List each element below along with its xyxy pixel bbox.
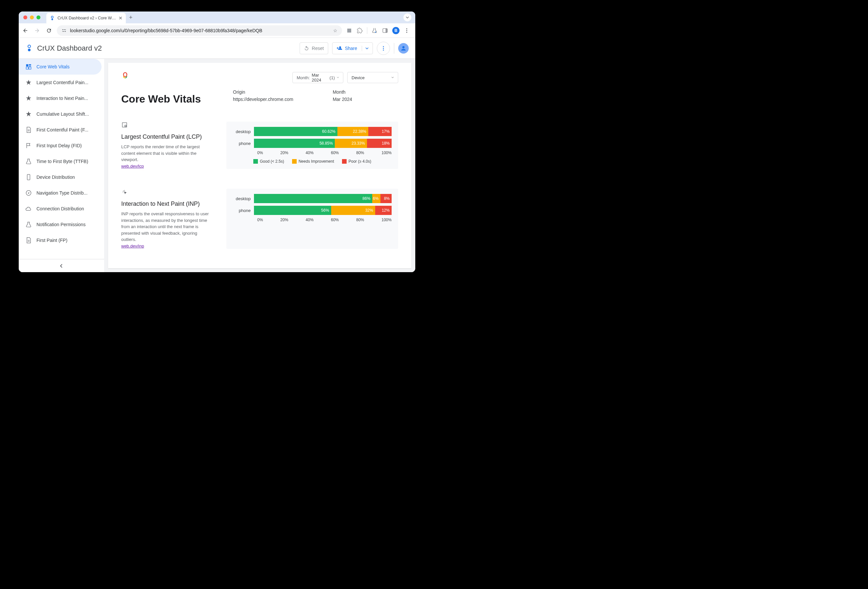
maximize-window-icon[interactable] bbox=[37, 15, 40, 19]
bar-segment-needs: 6% bbox=[372, 194, 381, 203]
back-button[interactable] bbox=[21, 27, 29, 34]
chevron-down-icon bbox=[391, 76, 394, 79]
tab-close-icon[interactable]: ✕ bbox=[119, 15, 123, 21]
bar-segment-poor: 8% bbox=[381, 194, 392, 203]
bar-category-label: desktop bbox=[233, 129, 254, 134]
bar-segment-poor: 17% bbox=[368, 127, 392, 136]
svg-point-15 bbox=[383, 46, 384, 47]
metric-description: INP reports the overall responsiveness t… bbox=[121, 211, 213, 243]
more-options-button[interactable] bbox=[377, 42, 390, 55]
share-button[interactable]: Share bbox=[332, 42, 373, 54]
profile-avatar[interactable]: B bbox=[392, 27, 400, 34]
reload-button[interactable] bbox=[45, 27, 53, 34]
sidebar-item-label: Interaction to Next Pain... bbox=[37, 96, 88, 101]
tab-overflow-button[interactable] bbox=[403, 13, 411, 21]
flask-icon bbox=[25, 158, 32, 165]
month-filter[interactable]: Month: Mar 2024 (1) bbox=[292, 72, 343, 83]
metric-doc-link[interactable]: web.dev/lcp bbox=[121, 164, 144, 169]
svg-point-13 bbox=[28, 45, 31, 48]
svg-point-14 bbox=[28, 49, 31, 51]
close-window-icon[interactable] bbox=[23, 15, 27, 19]
metric-title: Largest Contentful Paint (LCP) bbox=[121, 133, 213, 141]
chevron-down-icon[interactable] bbox=[362, 46, 369, 51]
bar-segment-poor: 18% bbox=[367, 139, 392, 148]
device-filter[interactable]: Device bbox=[347, 72, 398, 83]
sidebar-item-device-distribution[interactable]: Device Distribution bbox=[19, 169, 102, 185]
svg-rect-31 bbox=[125, 125, 126, 127]
labs-icon[interactable] bbox=[371, 27, 378, 34]
origin-meta: Origin https://developer.chrome.com bbox=[233, 89, 294, 102]
browser-tab[interactable]: CrUX Dashboard v2 › Core W… ✕ bbox=[46, 13, 126, 23]
svg-point-11 bbox=[406, 30, 407, 31]
kebab-menu-icon[interactable] bbox=[403, 27, 410, 34]
chart-bar-row: desktop86%6%8% bbox=[233, 194, 392, 203]
sidebar-item-time-to-first-byte-ttfb[interactable]: Time to First Byte (TTFB) bbox=[19, 154, 102, 169]
sidebar-item-navigation-type-distrib[interactable]: Navigation Type Distrib... bbox=[19, 185, 102, 201]
sidebar-item-label: Navigation Type Distrib... bbox=[37, 190, 87, 195]
svg-point-4 bbox=[65, 31, 66, 32]
sidebar-item-first-input-delay-fid[interactable]: First Input Delay (FID) bbox=[19, 138, 102, 154]
sidebar-item-first-contentful-paint-f[interactable]: First Contentful Paint (F... bbox=[19, 122, 102, 138]
cursor-icon bbox=[121, 189, 213, 197]
site-settings-icon[interactable] bbox=[61, 28, 67, 33]
sidebar-item-connection-distribution[interactable]: Connection Distribution bbox=[19, 201, 102, 217]
svg-rect-19 bbox=[26, 64, 29, 67]
kebab-icon bbox=[381, 45, 386, 51]
svg-point-17 bbox=[383, 49, 384, 50]
collapse-sidebar-button[interactable] bbox=[19, 259, 104, 272]
bar-segment-needs: 32% bbox=[331, 206, 375, 215]
chart-bar-row: desktop60.62%22.38%17% bbox=[233, 127, 392, 136]
url-text: lookerstudio.google.com/u/0/reporting/bb… bbox=[70, 28, 262, 33]
sidebar-item-label: Connection Distribution bbox=[37, 206, 84, 211]
sidebar-item-core-web-vitals[interactable]: Core Web Vitals bbox=[19, 59, 102, 75]
svg-point-0 bbox=[51, 16, 53, 18]
reset-button[interactable]: Reset bbox=[300, 42, 328, 54]
extensions-puzzle-icon[interactable] bbox=[356, 27, 363, 34]
flag-icon bbox=[25, 142, 32, 149]
sidebar-item-interaction-to-next-pain[interactable]: Interaction to Next Pain... bbox=[19, 90, 102, 106]
forward-button[interactable] bbox=[33, 27, 41, 34]
app-header: CrUX Dashboard v2 Reset Share bbox=[19, 38, 415, 59]
svg-point-2 bbox=[62, 29, 63, 30]
metric-chart: desktop86%6%8%phone56%32%12%0%20%40%60%8… bbox=[226, 189, 398, 249]
person-icon bbox=[400, 45, 407, 52]
star-icon bbox=[25, 79, 32, 86]
app-title: CrUX Dashboard v2 bbox=[37, 44, 102, 53]
compass-icon bbox=[25, 189, 32, 196]
bar-segment-good: 56% bbox=[254, 206, 331, 215]
metric-doc-link[interactable]: web.dev/inp bbox=[121, 244, 144, 249]
account-avatar[interactable] bbox=[398, 43, 409, 53]
sidepanel-icon[interactable] bbox=[382, 27, 388, 34]
legend-swatch-needs bbox=[292, 159, 297, 164]
url-field[interactable]: lookerstudio.google.com/u/0/reporting/bb… bbox=[57, 25, 342, 36]
sidebar-item-largest-contentful-pain[interactable]: Largest Contentful Pain... bbox=[19, 75, 102, 90]
new-tab-button[interactable]: + bbox=[129, 14, 133, 21]
svg-rect-22 bbox=[26, 67, 29, 70]
bookmark-icon[interactable]: ☆ bbox=[333, 28, 337, 33]
tab-title: CrUX Dashboard v2 › Core W… bbox=[58, 16, 116, 21]
extension-icon[interactable] bbox=[346, 27, 353, 34]
lookerstudio-logo-icon bbox=[25, 44, 33, 52]
sidebar-item-first-paint-fp[interactable]: First Paint (FP) bbox=[19, 232, 102, 248]
minimize-window-icon[interactable] bbox=[30, 15, 34, 19]
metric-title: Interaction to Next Paint (INP) bbox=[121, 200, 213, 207]
bar-category-label: phone bbox=[233, 208, 254, 213]
svg-rect-21 bbox=[29, 66, 31, 67]
metric-block: Largest Contentful Paint (LCP)LCP report… bbox=[121, 121, 398, 169]
svg-rect-9 bbox=[386, 29, 387, 33]
titlebar: CrUX Dashboard v2 › Core W… ✕ + bbox=[19, 12, 415, 23]
sidebar-item-label: Notification Permissions bbox=[37, 222, 86, 227]
favicon-icon bbox=[50, 15, 55, 21]
sidebar-item-notification-permissions[interactable]: Notification Permissions bbox=[19, 217, 102, 232]
star-icon bbox=[25, 95, 32, 102]
chart-bar-row: phone56%32%12% bbox=[233, 206, 392, 215]
legend-swatch-good bbox=[253, 159, 258, 164]
svg-rect-20 bbox=[29, 64, 31, 65]
device-icon bbox=[25, 174, 32, 181]
sidebar-item-cumulative-layout-shift[interactable]: Cumulative Layout Shift... bbox=[19, 106, 102, 122]
svg-rect-3 bbox=[64, 29, 66, 30]
sidebar-item-label: Device Distribution bbox=[37, 175, 75, 180]
svg-point-12 bbox=[406, 31, 407, 33]
svg-point-1 bbox=[52, 19, 53, 21]
svg-point-16 bbox=[383, 48, 384, 49]
